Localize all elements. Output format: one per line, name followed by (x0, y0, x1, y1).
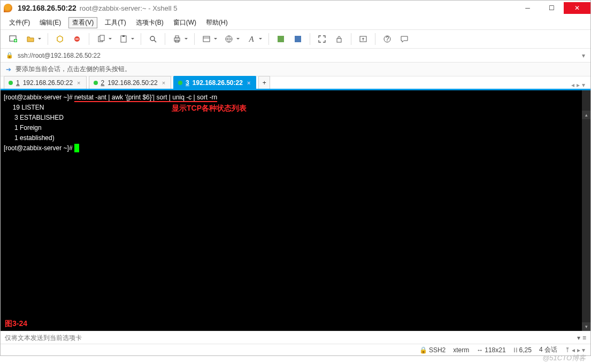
menu-help[interactable]: 帮助(H) (204, 17, 230, 28)
separator (89, 33, 89, 45)
color1-icon[interactable] (273, 32, 288, 46)
encoding-icon[interactable] (221, 32, 236, 46)
output-line: 3 ESTABLISHED (4, 114, 64, 121)
menu-tools[interactable]: 工具(T) (103, 17, 128, 28)
tab-number: 3 (186, 79, 189, 87)
print-icon[interactable] (170, 32, 185, 46)
menu-window[interactable]: 窗口(W) (171, 17, 198, 28)
disconnect-icon[interactable] (70, 32, 85, 46)
tab-label: 192.168.26.50:22 (193, 79, 243, 87)
separator (268, 33, 269, 45)
session-tab-2[interactable]: 2 192.168.26.50:22 × (89, 76, 172, 89)
font-icon[interactable]: A (244, 32, 259, 46)
compose-menu-icon[interactable]: ≡ (582, 334, 586, 342)
svg-rect-6 (122, 35, 125, 37)
tab-list-icon[interactable]: ▾ (582, 81, 585, 89)
tab-prev-icon[interactable]: ◂ (571, 81, 574, 89)
menu-file[interactable]: 文件(F) (7, 17, 32, 28)
new-session-icon[interactable] (6, 32, 21, 46)
tab-number: 2 (101, 79, 105, 87)
lock-view-icon[interactable] (332, 32, 347, 46)
paste-icon[interactable] (116, 32, 131, 46)
menu-view[interactable]: 查看(V) (68, 17, 97, 28)
reconnect-icon[interactable] (52, 32, 67, 46)
scroll-up-icon[interactable]: ▴ (582, 111, 590, 119)
status-size: ↔ 118x21 (477, 346, 505, 354)
hint-text: 要添加当前会话，点击左侧的箭头按钮。 (16, 65, 131, 74)
cursor-icon (74, 144, 79, 152)
separator (375, 33, 375, 45)
annotation-label: 显示TCP各种状态列表 (172, 103, 247, 113)
menu-edit[interactable]: 编辑(E) (37, 17, 63, 28)
terminal-scrollbar[interactable]: ▴ ▾ (582, 90, 590, 331)
figure-label: 图3-24 (5, 319, 27, 329)
app-icon (4, 4, 12, 12)
tab-close-icon[interactable]: × (162, 80, 165, 86)
separator (194, 33, 195, 45)
output-line: 19 LISTEN (4, 104, 44, 111)
separator (165, 33, 165, 45)
menubar: 文件(F) 编辑(E) 查看(V) 工具(T) 选项卡(B) 窗口(W) 帮助(… (1, 16, 590, 29)
command: netstat -ant | awk '{print $6}'| sort | … (74, 94, 217, 101)
address-dropdown-icon[interactable]: ▾ (582, 52, 585, 59)
fullscreen-icon[interactable] (314, 32, 329, 46)
copy-icon[interactable] (94, 32, 109, 46)
session-tab-3[interactable]: 3 192.168.26.50:22 × (173, 76, 256, 89)
maximize-button[interactable]: ☐ (540, 2, 564, 14)
transfer-icon[interactable] (356, 32, 371, 46)
compose-input[interactable] (5, 334, 574, 342)
status-bar: 🔒 SSH2 xterm ↔ 118x21 ⁞⁞ 6,25 4 会话 ⤒ ◂ ▸… (1, 344, 590, 355)
svg-rect-14 (295, 36, 301, 42)
session-tab-1[interactable]: 1 192.168.26.50:22 × (4, 76, 87, 89)
svg-rect-13 (278, 36, 284, 42)
status-dot-icon (94, 81, 98, 85)
open-session-icon[interactable] (23, 32, 38, 46)
svg-rect-15 (337, 38, 341, 42)
titlebar: 192.168.26.50:22 root@zabbix-server:~ - … (1, 1, 590, 16)
tab-next-icon[interactable]: ▸ (577, 81, 580, 89)
address-bar: 🔒 ssh://root@192.168.26.50:22 ▾ (1, 49, 590, 63)
watermark: @51CTO博客 (542, 353, 586, 363)
menu-tabs[interactable]: 选项卡(B) (134, 17, 166, 28)
output-line: 1 established) (4, 134, 55, 142)
status-cursor: ⁞⁞ 6,25 (513, 346, 532, 354)
tab-label: 192.168.26.50:22 (23, 79, 73, 87)
output-line: 1 Foreign (4, 124, 42, 131)
status-dot-icon (178, 81, 182, 85)
new-tab-button[interactable]: + (258, 76, 270, 89)
separator (351, 33, 351, 45)
help-icon[interactable]: ? (380, 32, 395, 46)
compose-dropdown-icon[interactable]: ▾ (577, 334, 580, 342)
hint-arrow-icon[interactable]: ➔ (6, 66, 11, 73)
status-proto: 🔒 SSH2 (419, 346, 446, 354)
status-nav[interactable]: ⤒ ◂ ▸ ▾ (565, 346, 585, 354)
tab-close-icon[interactable]: × (247, 80, 250, 86)
separator (48, 33, 48, 45)
toolbar: A ? (1, 29, 590, 49)
address-url[interactable]: ssh://root@192.168.26.50:22 (18, 52, 578, 59)
status-term: xterm (453, 346, 469, 354)
tab-bar: 1 192.168.26.50:22 × 2 192.168.26.50:22 … (1, 76, 590, 90)
compose-bar: ▾ ≡ (1, 331, 590, 344)
close-button[interactable]: ✕ (564, 2, 590, 14)
prompt: [root@zabbix-server ~]# (4, 144, 74, 152)
hint-bar: ➔ 要添加当前会话，点击左侧的箭头按钮。 (1, 63, 590, 76)
prompt: [root@zabbix-server ~]# (4, 94, 74, 101)
minimize-button[interactable]: ─ (516, 2, 540, 14)
status-dot-icon (9, 81, 13, 85)
title-host: 192.168.26.50:22 (18, 4, 76, 12)
separator (141, 33, 141, 45)
svg-rect-9 (175, 36, 179, 38)
search-icon[interactable] (145, 32, 160, 46)
terminal[interactable]: [root@zabbix-server ~]# netstat -ant | a… (1, 90, 590, 331)
svg-rect-4 (100, 35, 104, 41)
feedback-icon[interactable] (397, 32, 412, 46)
separator (310, 33, 310, 45)
tab-close-icon[interactable]: × (77, 80, 80, 86)
color2-icon[interactable] (290, 32, 305, 46)
properties-icon[interactable] (199, 32, 214, 46)
svg-point-7 (150, 36, 155, 41)
tab-number: 1 (16, 79, 20, 87)
title-path: root@zabbix-server:~ - Xshell 5 (80, 4, 178, 12)
scroll-down-icon[interactable]: ▾ (582, 322, 590, 331)
